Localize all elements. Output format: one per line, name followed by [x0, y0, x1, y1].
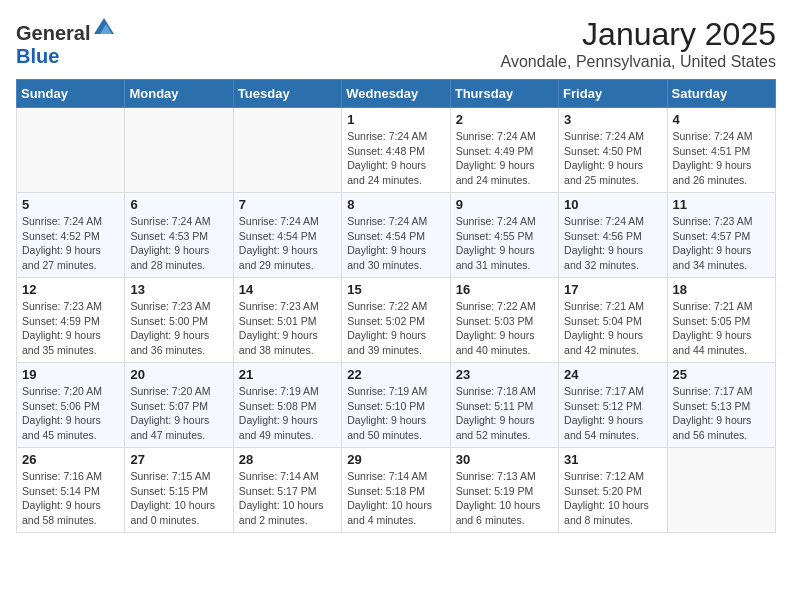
day-info: Sunrise: 7:20 AMSunset: 5:06 PMDaylight:… — [22, 384, 119, 443]
day-info: Sunrise: 7:24 AMSunset: 4:54 PMDaylight:… — [347, 214, 444, 273]
day-info: Sunrise: 7:24 AMSunset: 4:51 PMDaylight:… — [673, 129, 770, 188]
day-number: 20 — [130, 367, 227, 382]
day-info: Sunrise: 7:16 AMSunset: 5:14 PMDaylight:… — [22, 469, 119, 528]
calendar-cell: 3Sunrise: 7:24 AMSunset: 4:50 PMDaylight… — [559, 108, 667, 193]
page-header: General Blue January 2025 Avondale, Penn… — [16, 16, 776, 71]
day-info: Sunrise: 7:17 AMSunset: 5:12 PMDaylight:… — [564, 384, 661, 443]
day-number: 15 — [347, 282, 444, 297]
day-info: Sunrise: 7:12 AMSunset: 5:20 PMDaylight:… — [564, 469, 661, 528]
day-info: Sunrise: 7:13 AMSunset: 5:19 PMDaylight:… — [456, 469, 553, 528]
location-title: Avondale, Pennsylvania, United States — [501, 53, 776, 71]
calendar-cell — [17, 108, 125, 193]
day-number: 10 — [564, 197, 661, 212]
day-info: Sunrise: 7:22 AMSunset: 5:02 PMDaylight:… — [347, 299, 444, 358]
week-row-3: 12Sunrise: 7:23 AMSunset: 4:59 PMDayligh… — [17, 278, 776, 363]
day-number: 31 — [564, 452, 661, 467]
calendar-cell: 21Sunrise: 7:19 AMSunset: 5:08 PMDayligh… — [233, 363, 341, 448]
weekday-header-friday: Friday — [559, 80, 667, 108]
day-info: Sunrise: 7:23 AMSunset: 4:57 PMDaylight:… — [673, 214, 770, 273]
day-number: 1 — [347, 112, 444, 127]
day-info: Sunrise: 7:21 AMSunset: 5:04 PMDaylight:… — [564, 299, 661, 358]
week-row-4: 19Sunrise: 7:20 AMSunset: 5:06 PMDayligh… — [17, 363, 776, 448]
calendar-cell: 5Sunrise: 7:24 AMSunset: 4:52 PMDaylight… — [17, 193, 125, 278]
calendar-cell: 1Sunrise: 7:24 AMSunset: 4:48 PMDaylight… — [342, 108, 450, 193]
logo-general-text: General — [16, 22, 90, 45]
day-number: 7 — [239, 197, 336, 212]
weekday-header-wednesday: Wednesday — [342, 80, 450, 108]
day-number: 28 — [239, 452, 336, 467]
weekday-header-monday: Monday — [125, 80, 233, 108]
calendar-cell: 13Sunrise: 7:23 AMSunset: 5:00 PMDayligh… — [125, 278, 233, 363]
day-number: 14 — [239, 282, 336, 297]
day-info: Sunrise: 7:18 AMSunset: 5:11 PMDaylight:… — [456, 384, 553, 443]
day-number: 25 — [673, 367, 770, 382]
calendar-cell: 27Sunrise: 7:15 AMSunset: 5:15 PMDayligh… — [125, 448, 233, 533]
calendar-cell: 7Sunrise: 7:24 AMSunset: 4:54 PMDaylight… — [233, 193, 341, 278]
logo-icon — [92, 16, 116, 40]
logo-blue-text: Blue — [16, 45, 59, 68]
calendar-cell: 15Sunrise: 7:22 AMSunset: 5:02 PMDayligh… — [342, 278, 450, 363]
day-info: Sunrise: 7:15 AMSunset: 5:15 PMDaylight:… — [130, 469, 227, 528]
day-number: 2 — [456, 112, 553, 127]
day-info: Sunrise: 7:23 AMSunset: 4:59 PMDaylight:… — [22, 299, 119, 358]
calendar-cell: 4Sunrise: 7:24 AMSunset: 4:51 PMDaylight… — [667, 108, 775, 193]
calendar-cell: 26Sunrise: 7:16 AMSunset: 5:14 PMDayligh… — [17, 448, 125, 533]
day-number: 27 — [130, 452, 227, 467]
day-info: Sunrise: 7:14 AMSunset: 5:18 PMDaylight:… — [347, 469, 444, 528]
day-info: Sunrise: 7:24 AMSunset: 4:53 PMDaylight:… — [130, 214, 227, 273]
day-number: 6 — [130, 197, 227, 212]
day-info: Sunrise: 7:19 AMSunset: 5:08 PMDaylight:… — [239, 384, 336, 443]
day-number: 19 — [22, 367, 119, 382]
title-block: January 2025 Avondale, Pennsylvania, Uni… — [501, 16, 776, 71]
day-number: 3 — [564, 112, 661, 127]
calendar-cell: 12Sunrise: 7:23 AMSunset: 4:59 PMDayligh… — [17, 278, 125, 363]
day-number: 11 — [673, 197, 770, 212]
calendar-cell: 6Sunrise: 7:24 AMSunset: 4:53 PMDaylight… — [125, 193, 233, 278]
calendar-cell: 24Sunrise: 7:17 AMSunset: 5:12 PMDayligh… — [559, 363, 667, 448]
calendar-cell: 9Sunrise: 7:24 AMSunset: 4:55 PMDaylight… — [450, 193, 558, 278]
calendar-cell — [667, 448, 775, 533]
day-info: Sunrise: 7:24 AMSunset: 4:55 PMDaylight:… — [456, 214, 553, 273]
calendar-cell: 19Sunrise: 7:20 AMSunset: 5:06 PMDayligh… — [17, 363, 125, 448]
weekday-header-row: SundayMondayTuesdayWednesdayThursdayFrid… — [17, 80, 776, 108]
weekday-header-tuesday: Tuesday — [233, 80, 341, 108]
day-info: Sunrise: 7:23 AMSunset: 5:00 PMDaylight:… — [130, 299, 227, 358]
day-info: Sunrise: 7:24 AMSunset: 4:54 PMDaylight:… — [239, 214, 336, 273]
day-number: 21 — [239, 367, 336, 382]
day-number: 23 — [456, 367, 553, 382]
day-info: Sunrise: 7:22 AMSunset: 5:03 PMDaylight:… — [456, 299, 553, 358]
calendar-cell: 30Sunrise: 7:13 AMSunset: 5:19 PMDayligh… — [450, 448, 558, 533]
day-info: Sunrise: 7:20 AMSunset: 5:07 PMDaylight:… — [130, 384, 227, 443]
day-info: Sunrise: 7:24 AMSunset: 4:56 PMDaylight:… — [564, 214, 661, 273]
logo: General Blue — [16, 16, 116, 68]
weekday-header-sunday: Sunday — [17, 80, 125, 108]
day-number: 12 — [22, 282, 119, 297]
day-number: 9 — [456, 197, 553, 212]
day-number: 8 — [347, 197, 444, 212]
calendar-cell: 2Sunrise: 7:24 AMSunset: 4:49 PMDaylight… — [450, 108, 558, 193]
day-number: 29 — [347, 452, 444, 467]
calendar-table: SundayMondayTuesdayWednesdayThursdayFrid… — [16, 79, 776, 533]
calendar-cell: 22Sunrise: 7:19 AMSunset: 5:10 PMDayligh… — [342, 363, 450, 448]
calendar-cell: 20Sunrise: 7:20 AMSunset: 5:07 PMDayligh… — [125, 363, 233, 448]
day-number: 18 — [673, 282, 770, 297]
calendar-cell: 28Sunrise: 7:14 AMSunset: 5:17 PMDayligh… — [233, 448, 341, 533]
week-row-5: 26Sunrise: 7:16 AMSunset: 5:14 PMDayligh… — [17, 448, 776, 533]
calendar-cell: 17Sunrise: 7:21 AMSunset: 5:04 PMDayligh… — [559, 278, 667, 363]
day-info: Sunrise: 7:23 AMSunset: 5:01 PMDaylight:… — [239, 299, 336, 358]
calendar-cell: 25Sunrise: 7:17 AMSunset: 5:13 PMDayligh… — [667, 363, 775, 448]
day-number: 5 — [22, 197, 119, 212]
day-info: Sunrise: 7:24 AMSunset: 4:50 PMDaylight:… — [564, 129, 661, 188]
day-number: 16 — [456, 282, 553, 297]
calendar-cell: 23Sunrise: 7:18 AMSunset: 5:11 PMDayligh… — [450, 363, 558, 448]
day-number: 30 — [456, 452, 553, 467]
day-number: 13 — [130, 282, 227, 297]
calendar-cell: 29Sunrise: 7:14 AMSunset: 5:18 PMDayligh… — [342, 448, 450, 533]
calendar-cell: 10Sunrise: 7:24 AMSunset: 4:56 PMDayligh… — [559, 193, 667, 278]
day-number: 26 — [22, 452, 119, 467]
calendar-cell — [233, 108, 341, 193]
calendar-cell: 8Sunrise: 7:24 AMSunset: 4:54 PMDaylight… — [342, 193, 450, 278]
week-row-1: 1Sunrise: 7:24 AMSunset: 4:48 PMDaylight… — [17, 108, 776, 193]
calendar-cell: 18Sunrise: 7:21 AMSunset: 5:05 PMDayligh… — [667, 278, 775, 363]
day-number: 22 — [347, 367, 444, 382]
